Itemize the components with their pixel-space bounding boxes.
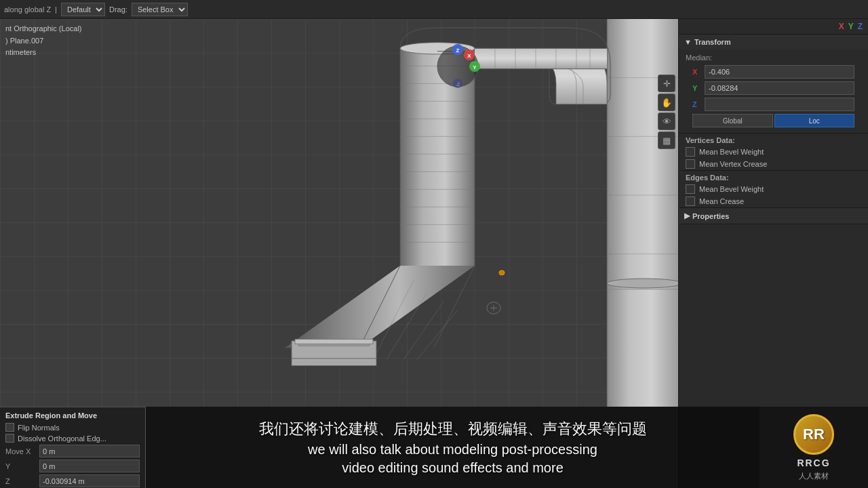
svg-point-9 — [607, 279, 678, 288]
properties-header[interactable]: ▶ Properties — [679, 208, 868, 224]
subtitle-area: 我们还将讨论建模、后期处理、视频编辑、声音效果等问题 we will also … — [146, 407, 760, 488]
svg-text:X: X — [467, 53, 471, 59]
properties-section: ▶ Properties — [679, 208, 868, 224]
dissolve-orth-row: Dissolve Orthogonal Edg... — [5, 434, 140, 443]
z-value-input[interactable] — [705, 98, 854, 111]
flip-normals-label: Flip Normals — [18, 424, 60, 432]
x-axis-label: X — [692, 68, 702, 76]
cursor-tool-btn[interactable]: ✛ — [658, 75, 675, 92]
svg-text:-Z: -Z — [456, 82, 460, 87]
flip-normals-checkbox[interactable] — [5, 423, 14, 432]
drag-label: Drag: — [109, 5, 127, 14]
coord-row-y: Y — [686, 80, 861, 96]
move-z-input[interactable] — [39, 474, 140, 487]
operation-text: along global Z — [4, 5, 51, 14]
move-z-row: Z — [5, 474, 140, 487]
svg-rect-37 — [292, 359, 376, 365]
median-label: Median: — [686, 54, 861, 62]
move-z-label: Z — [5, 477, 36, 485]
operator-panel: Extrude Region and Move Flip Normals Dis… — [0, 407, 146, 488]
dissolve-orth-label: Dissolve Orthogonal Edg... — [18, 434, 106, 443]
svg-rect-35 — [295, 339, 373, 344]
axis-x-label: X — [839, 22, 844, 31]
flip-normals-row: Flip Normals — [5, 423, 140, 432]
svg-rect-36 — [298, 344, 370, 346]
coord-row-z: Z — [686, 96, 861, 113]
z-axis-label: Z — [692, 100, 702, 108]
mode-select[interactable]: Default — [61, 3, 105, 16]
mean-crease-label: Mean Crease — [699, 197, 744, 205]
move-x-input[interactable] — [39, 445, 140, 458]
chevron-down-icon: ▼ — [684, 38, 692, 46]
operator-title: Extrude Region and Move — [5, 411, 140, 420]
mean-crease-row: Mean Crease — [679, 195, 868, 207]
chevron-right-icon: ▶ — [684, 211, 690, 220]
move-y-input[interactable] — [39, 460, 140, 472]
grid-tool-btn[interactable]: ▦ — [658, 131, 675, 149]
mean-bevel-weight-e-label: Mean Bevel Weight — [699, 185, 764, 193]
svg-text:Y: Y — [473, 64, 477, 70]
dissolve-orth-checkbox[interactable] — [5, 434, 14, 443]
mean-bevel-weight-e-checkbox[interactable] — [686, 184, 695, 194]
axis-y-label: Y — [848, 22, 854, 31]
mean-bevel-weight-v-label: Mean Bevel Weight — [699, 148, 764, 156]
transform-title: Transform — [694, 38, 731, 46]
side-icons: ✛ ✋ 👁 ▦ — [658, 75, 677, 149]
logo-brand: RRCG — [797, 458, 830, 468]
move-y-label: Y — [5, 462, 36, 470]
camera-tool-btn[interactable]: 👁 — [658, 113, 675, 130]
transform-section: ▼ Transform Median: X Y Z Global — [679, 35, 868, 134]
vertices-data-header: Vertices Data: — [679, 134, 868, 146]
move-y-row: Y — [5, 460, 140, 472]
mean-vertex-crease-row: Mean Vertex Crease — [679, 158, 868, 170]
axis-widget[interactable]: Z Y X -Z — [434, 43, 481, 90]
mean-bevel-weight-v-checkbox[interactable] — [686, 147, 695, 157]
separator: | — [55, 5, 57, 14]
subtitle-english2: video editing sound effects and more — [342, 460, 564, 476]
vertices-data-section: Vertices Data: Mean Bevel Weight Mean Ve… — [679, 134, 868, 171]
svg-text:Z: Z — [456, 47, 460, 54]
subtitle-chinese: 我们还将讨论建模、后期处理、视频编辑、声音效果等问题 — [259, 419, 647, 439]
global-loc-row: Global Loc — [692, 114, 854, 127]
mean-vertex-crease-label: Mean Vertex Crease — [699, 160, 767, 168]
loc-btn[interactable]: Loc — [774, 114, 855, 127]
mean-vertex-crease-checkbox[interactable] — [686, 159, 695, 169]
y-axis-label: Y — [692, 84, 702, 92]
svg-rect-25 — [475, 48, 607, 68]
logo-icon: RR — [793, 414, 834, 455]
move-x-label: Move X — [5, 447, 36, 455]
edges-data-section: Edges Data: Mean Bevel Weight Mean Creas… — [679, 171, 868, 208]
mean-crease-checkbox[interactable] — [686, 197, 695, 206]
transform-header[interactable]: ▼ Transform — [679, 35, 868, 49]
logo-cn: 人人素材 — [799, 471, 829, 481]
model-svg — [0, 19, 678, 407]
move-x-row: Move X — [5, 445, 140, 458]
top-bar: along global Z | Default Drag: Select Bo… — [0, 0, 868, 19]
move-tool-btn[interactable]: ✋ — [658, 94, 675, 111]
bottom-area: Extrude Region and Move Flip Normals Dis… — [0, 407, 868, 488]
properties-label: Properties — [692, 212, 729, 220]
logo-area: RR RRCG 人人素材 — [760, 407, 868, 488]
x-value-input[interactable] — [705, 65, 854, 79]
subtitle-english1: we will also talk about modeling post-pr… — [308, 442, 597, 458]
3d-viewport[interactable]: nt Orthographic (Local) ) Plane.007 ntim… — [0, 19, 678, 407]
axis-z-label: Z — [858, 22, 863, 31]
edges-data-header: Edges Data: — [679, 171, 868, 183]
y-value-input[interactable] — [705, 81, 854, 95]
coord-row-x: X — [686, 64, 861, 80]
mean-bevel-weight-v-row: Mean Bevel Weight — [679, 146, 868, 158]
mean-bevel-weight-e-row: Mean Bevel Weight — [679, 183, 868, 195]
global-btn[interactable]: Global — [692, 114, 773, 127]
drag-select[interactable]: Select Box — [132, 3, 188, 16]
svg-point-38 — [499, 270, 505, 275]
